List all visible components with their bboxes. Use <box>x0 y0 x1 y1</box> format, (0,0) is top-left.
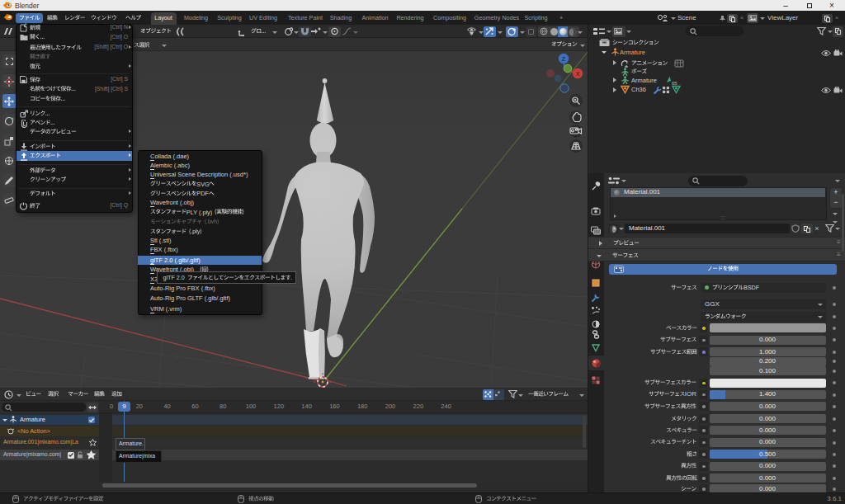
svg-text:Z: Z <box>562 56 566 62</box>
svg-text:X: X <box>576 71 580 77</box>
